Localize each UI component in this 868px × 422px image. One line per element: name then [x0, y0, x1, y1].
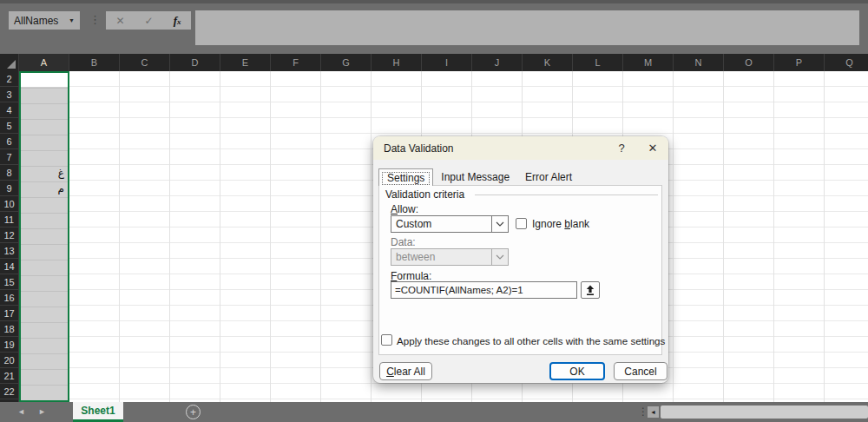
column-header-H[interactable]: H [372, 54, 422, 71]
column-header-A[interactable]: A [19, 54, 69, 71]
cancel-button[interactable]: Cancel [614, 362, 667, 380]
column-header-L[interactable]: L [573, 54, 623, 71]
column-header-C[interactable]: C [120, 54, 170, 71]
top-strip [0, 0, 868, 3]
hscroll-left-icon[interactable]: ◄ [648, 406, 659, 418]
close-icon[interactable]: ✕ [637, 142, 668, 155]
excel-window: AllNames ▼ ⋮ ✕ ✓ fx ABCDEFGHIJKLMNOPQ 23… [0, 0, 868, 422]
formula-bar-input[interactable] [195, 10, 859, 45]
tab-input-message[interactable]: Input Message [433, 168, 517, 186]
row-header-8[interactable]: 8 [0, 165, 18, 181]
row-header-11[interactable]: 11 [0, 212, 18, 227]
row-header-6[interactable]: 6 [0, 134, 18, 149]
row-header-5[interactable]: 5 [0, 118, 18, 134]
column-header-F[interactable]: F [271, 54, 321, 71]
sheet-tab-bar: ◄ ► Sheet1 + ⋮ ◄ [0, 402, 868, 422]
cell-A8[interactable]: غ [21, 165, 64, 181]
allow-dropdown-value: Custom [391, 218, 491, 230]
column-header-K[interactable]: K [523, 54, 573, 71]
dialog-tabs: Settings Input Message Error Alert [378, 168, 580, 186]
row-header-4[interactable]: 4 [0, 102, 18, 118]
row-header-14[interactable]: 14 [0, 259, 18, 274]
column-header-O[interactable]: O [724, 54, 774, 71]
chrome-separator-icon: ⋮ [89, 14, 101, 26]
select-all-button[interactable] [0, 54, 19, 71]
row-header-2[interactable]: 2 [0, 71, 18, 87]
data-dropdown-value: between [391, 251, 491, 263]
column-header-J[interactable]: J [472, 54, 523, 71]
selected-column-a[interactable]: غ م [19, 71, 69, 402]
row-header-10[interactable]: 10 [0, 196, 18, 212]
row-header-13[interactable]: 13 [0, 243, 18, 259]
column-header-E[interactable]: E [220, 54, 271, 71]
row-headers: 2345678910111213141516171819202122 [0, 71, 19, 402]
sheet-nav-left-icon[interactable]: ◄ [17, 407, 25, 416]
select-all-triangle-icon [7, 60, 16, 69]
sheet-tab-sheet1[interactable]: Sheet1 [73, 402, 123, 422]
row-header-9[interactable]: 9 [0, 181, 18, 196]
group-divider [475, 195, 658, 195]
data-validation-dialog: Data Validation ? ✕ Settings Input Messa… [373, 136, 668, 383]
ok-button[interactable]: OK [549, 362, 605, 380]
tab-error-alert[interactable]: Error Alert [517, 168, 580, 186]
row-header-17[interactable]: 17 [0, 306, 18, 321]
column-header-Q[interactable]: Q [825, 54, 868, 71]
row-header-16[interactable]: 16 [0, 290, 18, 306]
formula-label: Formula: [391, 270, 431, 282]
column-header-I[interactable]: I [422, 54, 472, 71]
dialog-titlebar[interactable]: Data Validation ? ✕ [373, 136, 668, 160]
row-header-15[interactable]: 15 [0, 274, 18, 290]
column-header-P[interactable]: P [774, 54, 825, 71]
chevron-down-icon[interactable] [491, 216, 508, 232]
column-header-B[interactable]: B [69, 54, 120, 71]
column-header-G[interactable]: G [321, 54, 372, 71]
dialog-title: Data Validation [384, 142, 606, 155]
tab-settings[interactable]: Settings [378, 168, 433, 186]
formula-field[interactable]: =COUNTIF(AllNames; A2)=1 [391, 281, 577, 299]
ignore-blank-label[interactable]: Ignore blank [532, 218, 589, 230]
add-sheet-icon[interactable]: + [186, 405, 201, 419]
ignore-blank-checkbox[interactable] [516, 218, 527, 229]
apply-changes-checkbox[interactable] [381, 334, 392, 346]
row-header-19[interactable]: 19 [0, 337, 18, 353]
help-button[interactable]: ? [606, 142, 637, 155]
row-header-18[interactable]: 18 [0, 321, 18, 337]
row-header-22[interactable]: 22 [0, 384, 18, 399]
row-header-12[interactable]: 12 [0, 227, 18, 243]
name-box-dropdown-icon[interactable]: ▼ [69, 17, 75, 23]
cancel-entry-icon[interactable]: ✕ [116, 15, 125, 27]
sheet-nav-right-icon[interactable]: ► [38, 407, 46, 416]
cell-A9[interactable]: م [21, 181, 64, 196]
allow-label: Allow: [391, 203, 418, 215]
clear-all-button[interactable]: Clear All [379, 362, 432, 380]
name-box[interactable]: AllNames ▼ [9, 11, 80, 30]
formula-buttons: ✕ ✓ fx [106, 11, 191, 30]
column-headers: ABCDEFGHIJKLMNOPQ [19, 54, 868, 71]
active-cell-a2[interactable] [21, 73, 68, 87]
horizontal-scrollbar[interactable] [661, 406, 868, 419]
column-header-M[interactable]: M [623, 54, 674, 71]
validation-criteria-label: Validation criteria [385, 188, 464, 201]
data-label: Data: [391, 236, 416, 248]
name-box-value: AllNames [14, 15, 69, 27]
row-header-21[interactable]: 21 [0, 368, 18, 384]
data-dropdown-disabled: between [391, 248, 509, 266]
insert-function-icon[interactable]: fx [174, 14, 181, 28]
row-header-3[interactable]: 3 [0, 87, 18, 102]
allow-dropdown[interactable]: Custom [391, 215, 509, 233]
collapse-dialog-icon[interactable] [581, 281, 600, 299]
formula-bar-chrome: AllNames ▼ ⋮ ✕ ✓ fx [0, 0, 868, 54]
column-header-D[interactable]: D [170, 54, 220, 71]
apply-changes-label[interactable]: Apply these changes to all other cells w… [397, 335, 665, 346]
row-header-20[interactable]: 20 [0, 353, 18, 368]
confirm-entry-icon[interactable]: ✓ [145, 15, 154, 27]
column-header-N[interactable]: N [674, 54, 724, 71]
chevron-down-icon [491, 249, 508, 265]
row-header-7[interactable]: 7 [0, 149, 18, 165]
